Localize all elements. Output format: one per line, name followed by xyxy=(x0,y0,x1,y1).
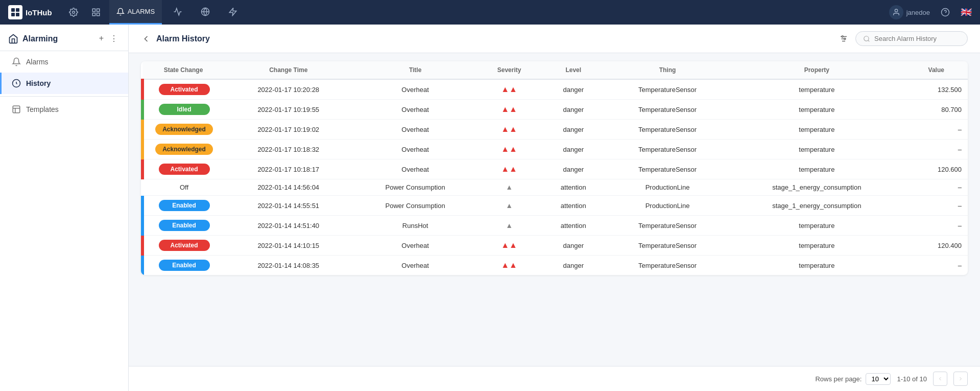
cell-thing: TemperatureSensor xyxy=(606,256,729,275)
cell-severity: ▲▲ xyxy=(478,256,541,275)
cell-property: temperature xyxy=(729,256,904,275)
cell-level: danger xyxy=(541,79,606,100)
table-row[interactable]: Enabled 2022-01-14 14:08:35 Overheat ▲▲ … xyxy=(142,256,968,275)
cell-state: Activated xyxy=(142,159,224,179)
cell-title: Overheat xyxy=(353,100,478,120)
cell-property: temperature xyxy=(729,216,904,236)
svg-rect-5 xyxy=(92,9,95,11)
cell-level: danger xyxy=(541,236,606,256)
cell-state: Enabled xyxy=(142,196,224,216)
rows-per-page-control: Rows per page: 10 25 50 xyxy=(815,373,891,385)
nav-trends[interactable] xyxy=(166,0,189,25)
sidebar-title: Alarming xyxy=(22,34,58,43)
pagination-info: 1-10 of 10 xyxy=(897,375,927,383)
cell-severity: ▲▲ xyxy=(478,236,541,256)
state-badge: Enabled xyxy=(159,200,210,211)
sidebar-templates-label: Templates xyxy=(26,105,59,113)
svg-rect-0 xyxy=(11,8,15,12)
sidebar-item-alarms[interactable]: Alarms xyxy=(0,51,128,73)
user-menu[interactable]: janedoe xyxy=(889,5,930,19)
svg-point-11 xyxy=(895,9,897,12)
nav-globe[interactable] xyxy=(194,0,217,25)
col-level: Level xyxy=(541,61,606,79)
filter-button[interactable] xyxy=(837,32,850,45)
rows-per-page-select[interactable]: 10 25 50 xyxy=(866,373,891,385)
svg-rect-7 xyxy=(92,13,95,16)
cell-time: 2022-01-17 10:20:28 xyxy=(224,79,353,100)
cell-level: danger xyxy=(541,140,606,159)
cell-property: temperature xyxy=(729,79,904,100)
nav-alarms[interactable]: ALARMS xyxy=(109,0,162,25)
templates-icon xyxy=(12,105,21,114)
sidebar-more-btn[interactable]: ⋮ xyxy=(108,33,120,44)
search-icon xyxy=(863,35,870,42)
table-row[interactable]: Acknowledged 2022-01-17 10:18:32 Overhea… xyxy=(142,140,968,159)
sidebar-item-history[interactable]: History xyxy=(0,73,128,94)
grid-nav-btn[interactable] xyxy=(87,3,105,21)
table-row[interactable]: Enabled 2022-01-14 14:55:51 Power Consum… xyxy=(142,196,968,216)
table-row[interactable]: Activated 2022-01-17 10:20:28 Overheat ▲… xyxy=(142,79,968,100)
state-badge: Idled xyxy=(159,104,210,115)
svg-rect-15 xyxy=(13,106,20,113)
cell-severity: ▲ xyxy=(478,216,541,236)
back-button[interactable] xyxy=(141,34,151,44)
svg-point-4 xyxy=(72,11,75,14)
logo-icon xyxy=(8,5,22,19)
cell-thing: TemperatureSensor xyxy=(606,236,729,256)
cell-title: Overheat xyxy=(353,79,478,100)
col-title: Title xyxy=(353,61,478,79)
settings-nav-btn[interactable] xyxy=(64,3,83,21)
cell-level: danger xyxy=(541,120,606,140)
state-badge: Activated xyxy=(159,84,210,95)
table-header: State Change Change Time Title Severity … xyxy=(142,61,968,79)
sidebar-item-templates[interactable]: Templates xyxy=(0,99,128,120)
sidebar-add-btn[interactable]: + xyxy=(97,33,106,44)
svg-rect-3 xyxy=(16,13,19,16)
prev-page-btn[interactable] xyxy=(933,372,947,386)
cell-value: – xyxy=(905,179,968,196)
nav-lightning[interactable] xyxy=(221,0,245,25)
cell-state: Off xyxy=(142,179,224,196)
cell-time: 2022-01-14 14:55:51 xyxy=(224,196,353,216)
cell-thing: TemperatureSensor xyxy=(606,100,729,120)
app-layout: Alarming + ⋮ Alarms History Templates xyxy=(0,25,980,391)
language-flag[interactable]: 🇬🇧 xyxy=(961,7,972,18)
col-change-time: Change Time xyxy=(224,61,353,79)
search-box[interactable] xyxy=(855,31,968,46)
state-badge: Activated xyxy=(159,164,210,175)
nav-alarms-label: ALARMS xyxy=(128,8,155,15)
top-nav: IoTHub ALARMS xyxy=(0,0,980,25)
cell-title: Overheat xyxy=(353,159,478,179)
cell-value: 132.500 xyxy=(905,79,968,100)
table-row[interactable]: Acknowledged 2022-01-17 10:19:02 Overhea… xyxy=(142,120,968,140)
svg-rect-8 xyxy=(97,13,99,16)
svg-rect-6 xyxy=(97,9,99,11)
cell-value: – xyxy=(905,140,968,159)
sidebar-header: Alarming + ⋮ xyxy=(0,25,128,51)
cell-thing: ProductionLine xyxy=(606,179,729,196)
table-row[interactable]: Activated 2022-01-14 14:10:15 Overheat ▲… xyxy=(142,236,968,256)
next-page-btn[interactable] xyxy=(953,372,968,386)
cell-value: – xyxy=(905,196,968,216)
cell-property: stage_1_energy_consumption xyxy=(729,179,904,196)
cell-thing: TemperatureSensor xyxy=(606,140,729,159)
cell-thing: TemperatureSensor xyxy=(606,216,729,236)
app-logo[interactable]: IoTHub xyxy=(8,5,52,19)
page-title: Alarm History xyxy=(156,34,210,43)
table-row[interactable]: Off 2022-01-14 14:56:04 Power Consumptio… xyxy=(142,179,968,196)
svg-rect-1 xyxy=(16,8,19,12)
table-row[interactable]: Activated 2022-01-17 10:18:17 Overheat ▲… xyxy=(142,159,968,179)
cell-title: Overheat xyxy=(353,236,478,256)
cell-level: danger xyxy=(541,159,606,179)
cell-value: – xyxy=(905,120,968,140)
cell-thing: ProductionLine xyxy=(606,196,729,216)
table-row[interactable]: Enabled 2022-01-14 14:51:40 RunsHot ▲ at… xyxy=(142,216,968,236)
help-btn[interactable] xyxy=(936,3,954,21)
col-value: Value xyxy=(905,61,968,79)
table-row[interactable]: Idled 2022-01-17 10:19:55 Overheat ▲▲ da… xyxy=(142,100,968,120)
state-badge: Enabled xyxy=(159,260,210,271)
cell-level: attention xyxy=(541,179,606,196)
search-input[interactable] xyxy=(874,35,956,42)
cell-state: Activated xyxy=(142,79,224,100)
state-badge: Acknowledged xyxy=(155,144,213,155)
